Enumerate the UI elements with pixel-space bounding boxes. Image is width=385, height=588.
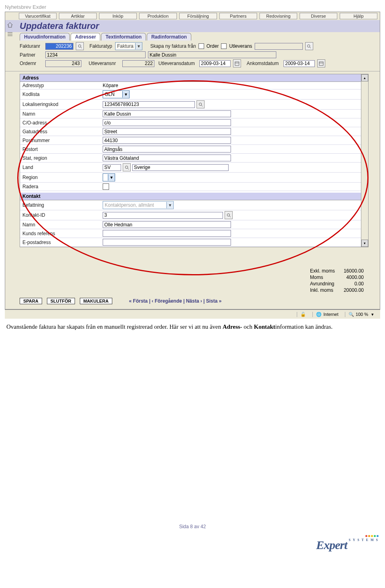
knamn-input[interactable] <box>103 221 231 228</box>
tab-radinformation[interactable]: Radinformation <box>147 33 191 41</box>
epost-input[interactable] <box>103 239 231 246</box>
stat-input[interactable] <box>103 155 231 161</box>
slutfor-button[interactable]: SLUTFÖR <box>47 298 75 304</box>
body-pane: ▴ ▾ Adress AdresstypKöpare KodlistaGLN▾ … <box>20 74 369 247</box>
tabs: Huvudinformation Adresser Textinformatio… <box>5 32 380 41</box>
stat-label: Stat, region <box>22 155 103 161</box>
makulera-button[interactable]: MAKULERA <box>80 298 112 304</box>
exkl-label: Exkl. moms <box>310 268 337 274</box>
postort-input[interactable] <box>103 146 231 153</box>
tab-textinformation[interactable]: Textinformation <box>101 33 146 41</box>
partner-code-input[interactable] <box>45 51 146 58</box>
ankomstdatum-label: Ankomstdatum <box>247 61 281 66</box>
kref-label: Kunds referens <box>22 231 103 236</box>
side-icons <box>7 22 13 39</box>
menu-produktion[interactable]: Produktion <box>139 13 177 19</box>
menu-inkop[interactable]: Inköp <box>99 13 137 19</box>
radio-utleverans[interactable] <box>221 43 227 49</box>
list-icon[interactable] <box>7 31 13 39</box>
fakturanr-search-icon[interactable] <box>76 42 84 50</box>
kid-search-icon[interactable] <box>225 211 233 219</box>
skapa-search-icon[interactable] <box>305 42 313 50</box>
ankomstdatum-input[interactable] <box>284 60 315 67</box>
pager-links[interactable]: « Första | ‹ Föregående | Nästa › | Sist… <box>129 298 222 304</box>
page-title: Uppdatera fakturor <box>5 20 380 32</box>
menu-hjalp[interactable]: Hjälp <box>340 13 377 19</box>
menu-artiklar[interactable]: Artiklar <box>59 13 97 19</box>
home-icon[interactable] <box>7 22 13 29</box>
land-code-input[interactable] <box>103 164 121 171</box>
menu-partners[interactable]: Partners <box>219 13 257 19</box>
chevron-down-icon[interactable]: ▾ <box>166 202 173 208</box>
utleveransnr-label: Utleveransnr <box>89 61 120 66</box>
ordernr-label: Ordernr <box>20 61 43 66</box>
header-form: Fakturanr Fakturatyp Faktura▾ Skapa ny f… <box>5 41 380 71</box>
kid-label: Kontakt-ID <box>22 212 103 218</box>
utleveransnr-input[interactable] <box>122 60 154 67</box>
region-select[interactable]: ▾ <box>103 173 115 181</box>
befattning-select[interactable]: Kontaktperson, allmänt▾ <box>103 201 174 209</box>
land-search-icon[interactable] <box>123 163 131 171</box>
anamn-input[interactable] <box>103 110 231 117</box>
fakturatyp-arrow-icon[interactable]: ▾ <box>135 43 142 49</box>
gatu-input[interactable] <box>103 128 231 135</box>
knamn-label: Namn <box>22 222 103 228</box>
globe-icon: 🌐 <box>316 312 322 317</box>
lokkod-input[interactable] <box>103 101 195 108</box>
lokkod-search-icon[interactable] <box>197 100 205 108</box>
tab-huvudinformation[interactable]: Huvudinformation <box>20 33 70 41</box>
logo: ExpertS Y S T E M S <box>0 529 385 558</box>
menu-diverse[interactable]: Diverse <box>300 13 337 19</box>
scrollbar[interactable]: ▴ ▾ <box>361 74 368 247</box>
menu-redovisning[interactable]: Redovisning <box>259 13 297 19</box>
epost-label: E-postadress <box>22 240 103 245</box>
zoom-icon: 🔍 <box>349 312 354 317</box>
bottom-buttons: SPARA SLUTFÖR MAKULERA « Första | ‹ Före… <box>20 298 221 304</box>
svg-line-9 <box>201 105 203 106</box>
partner-label: Partner <box>20 52 43 58</box>
kodlista-select[interactable]: GLN▾ <box>103 90 130 98</box>
zone-label: Internet <box>323 312 338 317</box>
status-bar: 🔓 🌐Internet 🔍100 %▾ <box>5 309 380 319</box>
doc-header: Nyhetsbrev Exder <box>0 0 385 12</box>
menu-forsaljning[interactable]: Försäljning <box>179 13 217 19</box>
postnr-label: Postnummer <box>22 138 103 143</box>
postnr-input[interactable] <box>103 137 231 144</box>
spara-button[interactable]: SPARA <box>20 298 42 304</box>
fakturatyp-value: Faktura <box>116 43 135 49</box>
security-icon: 🔓 <box>300 312 306 317</box>
kref-input[interactable] <box>103 230 231 237</box>
kid-input[interactable] <box>103 212 223 219</box>
scroll-down-icon[interactable]: ▾ <box>361 240 368 247</box>
land-name-input[interactable] <box>132 164 229 171</box>
fakturanr-input[interactable] <box>45 43 73 50</box>
chevron-down-icon[interactable]: ▾ <box>108 174 115 181</box>
scroll-up-icon[interactable]: ▴ <box>361 74 368 81</box>
adresstyp-label: Adresstyp <box>22 83 103 88</box>
skapa-label: Skapa ny faktura från <box>150 43 196 49</box>
chevron-down-icon[interactable]: ▾ <box>122 91 129 98</box>
ankomstdatum-calendar-icon[interactable] <box>317 59 325 67</box>
utlevdatum-input[interactable] <box>199 60 231 67</box>
tab-adresser[interactable]: Adresser <box>71 33 100 41</box>
radera-checkbox[interactable] <box>103 183 109 190</box>
svg-rect-6 <box>319 62 323 65</box>
region-label: Region <box>22 175 103 180</box>
co-input[interactable] <box>103 119 231 126</box>
skapa-input[interactable] <box>255 43 303 50</box>
inkl-value: 20000.00 <box>338 287 366 293</box>
adress-section: Adress <box>20 74 361 82</box>
svg-line-1 <box>81 47 82 48</box>
gatu-label: Gatuadress <box>22 129 103 134</box>
radio-order-label: Order <box>207 43 219 49</box>
befattning-label: Befattning <box>22 202 103 208</box>
partner-name-input[interactable] <box>148 51 276 58</box>
svg-point-0 <box>78 45 81 47</box>
zoom-chevron-icon[interactable]: ▾ <box>371 312 374 317</box>
radio-order[interactable] <box>199 43 204 49</box>
ordernr-input[interactable] <box>45 60 81 67</box>
menu-varucertifikat[interactable]: Varucertifikat <box>19 13 57 19</box>
utlevdatum-calendar-icon[interactable] <box>233 59 241 67</box>
land-label: Land <box>22 165 103 170</box>
fakturatyp-label: Fakturatyp <box>89 43 113 49</box>
